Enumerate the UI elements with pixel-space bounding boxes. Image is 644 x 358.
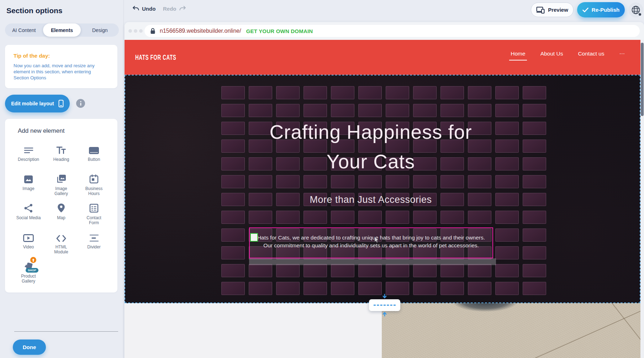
nav-contact-us[interactable]: Contact us <box>578 51 604 60</box>
element-contact-form[interactable]: Contact Form <box>79 202 109 231</box>
element-drag-handle[interactable] <box>250 233 258 242</box>
element-divider[interactable]: Divider <box>79 231 109 260</box>
hero-tile <box>386 264 409 277</box>
undo-icon <box>132 5 139 12</box>
done-button[interactable]: Done <box>13 339 46 355</box>
hero-tile <box>303 282 327 295</box>
hero-tile <box>413 86 437 99</box>
preview-label: Preview <box>548 7 568 13</box>
hero-tile <box>249 211 272 224</box>
site-url: n1566589.websitebuilder.online/ <box>160 28 241 34</box>
text-lines-icon <box>24 144 33 154</box>
hero-tile <box>413 104 437 117</box>
hero-tile <box>221 211 245 224</box>
browser-chrome: n1566589.websitebuilder.online/ GET YOUR… <box>125 22 644 40</box>
language-globe-button[interactable] <box>628 2 643 17</box>
button-icon <box>89 144 99 154</box>
shop-badge: SHOP <box>26 268 38 273</box>
hero-tile <box>249 282 272 295</box>
hero-tile <box>413 282 437 295</box>
hero-tile <box>358 175 382 188</box>
description-selection-ghost <box>249 258 496 265</box>
info-button[interactable] <box>76 99 85 108</box>
hero-tile <box>249 104 272 117</box>
hero-tile <box>523 264 546 277</box>
section-resize-handle[interactable] <box>369 299 400 311</box>
preview-button[interactable]: Preview <box>531 2 574 17</box>
hero-tile <box>276 175 300 188</box>
hero-tile <box>221 228 245 242</box>
hero-tile <box>495 175 519 188</box>
app: Section options Undo Redo Preview Re-Pub… <box>0 0 644 358</box>
element-video[interactable]: Video <box>13 231 44 260</box>
pavement-seam <box>591 303 640 350</box>
nav-home[interactable]: Home <box>511 51 525 60</box>
tab-elements[interactable]: Elements <box>43 23 81 37</box>
panel-tabs: AI Content Elements Design <box>5 23 119 37</box>
element-html-module[interactable]: HTML Module <box>46 231 76 260</box>
hero-section-selected[interactable]: Crafting Happiness for Your Cats More th… <box>125 75 640 303</box>
hero-title-line1: Crafting Happiness for <box>125 117 616 147</box>
hero-tile <box>495 264 519 277</box>
tab-design[interactable]: Design <box>81 23 119 37</box>
hero-tile <box>523 246 546 259</box>
element-description[interactable]: Description <box>13 144 44 173</box>
redo-button[interactable]: Redo <box>163 5 186 12</box>
hero-tile <box>468 282 491 295</box>
hero-tile <box>358 282 382 295</box>
social-media-icon <box>24 202 33 213</box>
business-hours-icon <box>89 173 99 184</box>
element-map[interactable]: Map <box>46 202 76 231</box>
hero-tile <box>440 264 464 277</box>
hero-tile <box>358 104 382 117</box>
get-domain-link[interactable]: GET YOUR OWN DOMAIN <box>246 28 313 34</box>
element-button[interactable]: Button <box>79 144 109 173</box>
address-bar[interactable]: n1566589.websitebuilder.online/ GET YOUR… <box>144 25 640 37</box>
hero-tile <box>440 104 464 117</box>
hero-tile <box>303 104 327 117</box>
devices-icon <box>536 6 545 14</box>
republish-button[interactable]: Re-Publish <box>577 2 625 17</box>
hero-tile <box>440 175 464 188</box>
edit-mobile-label: Edit mobile layout <box>11 101 54 106</box>
element-image-gallery[interactable]: Image Gallery <box>46 173 76 202</box>
republish-label: Re-Publish <box>592 7 619 13</box>
hero-tile <box>468 264 491 277</box>
element-product-gallery[interactable]: SHOP Product Gallery <box>13 260 44 290</box>
hero-tile <box>386 211 409 224</box>
hero-title[interactable]: Crafting Happiness for Your Cats <box>125 117 616 177</box>
element-social-media[interactable]: Social Media <box>13 202 44 231</box>
nav-about-us[interactable]: About Us <box>540 51 563 60</box>
hero-tile <box>495 86 519 99</box>
lock-icon <box>150 28 155 34</box>
hero-tile <box>221 86 245 99</box>
hero-tile <box>331 282 354 295</box>
element-business-hours[interactable]: Business Hours <box>79 173 109 202</box>
hero-tile <box>249 264 272 277</box>
scrollbar-thumb[interactable] <box>641 43 644 116</box>
hero-tile <box>221 175 245 188</box>
hero-tile <box>276 282 300 295</box>
hero-tile <box>276 86 300 99</box>
tab-ai-content[interactable]: AI Content <box>5 23 43 37</box>
element-image[interactable]: Image <box>13 173 44 202</box>
hero-tile <box>523 228 546 242</box>
undo-button[interactable]: Undo <box>132 5 155 12</box>
nav-more-ellipsis[interactable]: ⋯ <box>619 51 625 60</box>
pavement-image <box>382 303 640 358</box>
site-logo[interactable]: HATS FOR CATS <box>135 53 176 62</box>
hero-subtitle[interactable]: More than Just Accessories <box>125 194 616 205</box>
element-heading[interactable]: Heading <box>46 144 76 173</box>
window-dot <box>134 29 137 33</box>
description-element-selected[interactable]: Hats for Cats, we are dedicated to craft… <box>249 227 493 258</box>
window-dot <box>139 29 143 33</box>
tip-title: Tip of the day: <box>14 53 109 59</box>
redo-label: Redo <box>163 6 176 12</box>
footer-divider-line <box>14 331 118 332</box>
tip-body: Now you can add, move and resize any ele… <box>14 63 106 81</box>
hero-tile <box>331 86 354 99</box>
hero-tile <box>358 211 382 224</box>
hero-tile <box>440 86 464 99</box>
notification-dot <box>639 13 641 16</box>
edit-mobile-layout-button[interactable]: Edit mobile layout <box>5 95 70 112</box>
